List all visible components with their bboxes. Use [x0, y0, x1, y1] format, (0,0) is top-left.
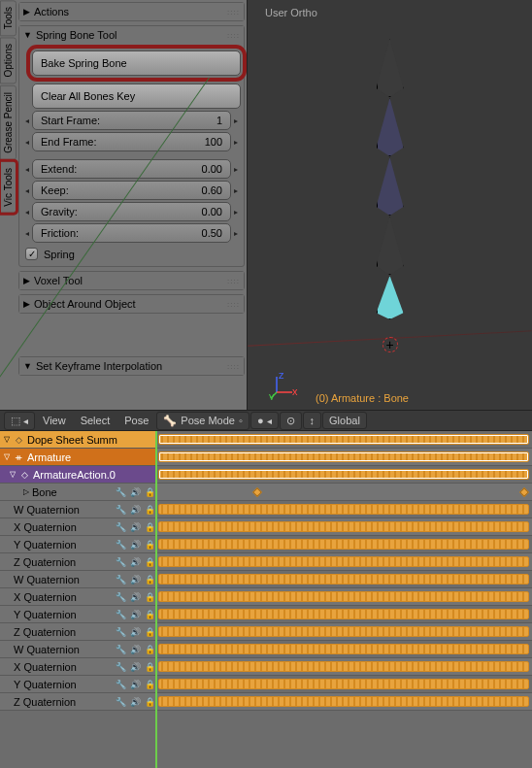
expand-icon[interactable]: ▽ [4, 452, 10, 461]
wrench-icon[interactable]: 🔧 [115, 591, 126, 603]
lock-icon[interactable]: 🔒 [144, 486, 155, 498]
channel-track[interactable] [155, 588, 532, 605]
bone-segment-selected[interactable] [377, 276, 404, 319]
mode-selector[interactable]: 🦴 Pose Mode ◦ [156, 412, 249, 430]
lock-icon[interactable]: 🔒 [144, 504, 155, 516]
channel-row[interactable]: X Quaternion 🔧 🔊 🔒 [0, 658, 155, 675]
start-frame-field[interactable]: Start Frame: 1 [32, 111, 231, 130]
action-row[interactable]: ▽ ◇ ArmatureAction.0 [0, 466, 155, 483]
drag-right-icon[interactable]: ▸ [231, 208, 241, 217]
channel-row[interactable]: Y Quaternion 🔧 🔊 🔒 [0, 676, 155, 692]
pivot-selector[interactable]: ⊙ [280, 412, 302, 430]
wrench-icon[interactable]: 🔧 [115, 626, 126, 638]
channel-track[interactable] [155, 676, 532, 692]
channel-row[interactable]: Y Quaternion 🔧 🔊 🔒 [0, 536, 155, 552]
channel-track[interactable] [155, 606, 532, 622]
panel-actions-header[interactable]: ▶ Actions :::: [19, 3, 244, 20]
drag-handle-icon[interactable]: :::: [227, 277, 240, 285]
channel-row[interactable]: Z Quaternion 🔧 🔊 🔒 [0, 693, 155, 710]
keyframe-strip[interactable] [158, 451, 529, 462]
speaker-icon[interactable]: 🔊 [129, 521, 141, 533]
playhead[interactable] [155, 431, 157, 768]
drag-handle-icon[interactable]: :::: [227, 31, 240, 40]
clear-bones-button[interactable]: Clear All Bones Key [32, 83, 241, 109]
panel-voxel-header[interactable]: ▶ Voxel Tool :::: [19, 272, 244, 289]
drag-right-icon[interactable]: ▸ [231, 117, 241, 125]
editor-type-selector[interactable]: ⬚◂ [4, 412, 35, 430]
speaker-icon[interactable]: 🔊 [129, 556, 141, 568]
drag-handle-icon[interactable]: :::: [227, 300, 240, 309]
bone-segment[interactable] [377, 39, 404, 97]
lock-icon[interactable]: 🔒 [144, 521, 155, 533]
drag-left-icon[interactable]: ◂ [22, 186, 32, 195]
lock-icon[interactable]: 🔒 [144, 556, 155, 568]
end-frame-field[interactable]: End Frame: 100 [32, 132, 231, 151]
lock-icon[interactable]: 🔒 [144, 574, 155, 585]
spring-checkbox[interactable]: ✓ [25, 248, 38, 260]
keyframe-strip[interactable] [158, 644, 529, 654]
bake-spring-bone-button[interactable]: Bake Spring Bone [32, 50, 241, 76]
channel-row[interactable]: W Quaternion 🔧 🔊 🔒 [0, 571, 155, 587]
keyframe-strip[interactable] [158, 504, 529, 515]
bone-segment[interactable] [377, 217, 404, 275]
channel-row[interactable]: Z Quaternion 🔧 🔊 🔒 [0, 553, 155, 570]
orientation-selector[interactable]: Global [322, 412, 367, 429]
summary-row[interactable]: ▽ ◇ Dope Sheet Summ [0, 431, 155, 448]
keyframe-strip[interactable] [158, 574, 529, 584]
wrench-icon[interactable]: 🔧 [115, 574, 126, 585]
lock-icon[interactable]: 🔒 [144, 591, 155, 603]
tab-tools[interactable]: Tools [0, 0, 17, 36]
view-menu[interactable]: View [36, 415, 73, 426]
wrench-icon[interactable]: 🔧 [115, 539, 126, 551]
speaker-icon[interactable]: 🔊 [129, 486, 141, 498]
wrench-icon[interactable]: 🔧 [115, 679, 126, 690]
summary-track[interactable] [155, 431, 532, 448]
speaker-icon[interactable]: 🔊 [129, 696, 141, 708]
speaker-icon[interactable]: 🔊 [129, 574, 141, 585]
drag-handle-icon[interactable]: :::: [227, 8, 240, 17]
keyframe-strip[interactable] [158, 679, 529, 689]
channel-track[interactable] [155, 571, 532, 587]
expand-icon[interactable]: ▽ [4, 435, 10, 444]
lock-icon[interactable]: 🔒 [144, 609, 155, 620]
lock-icon[interactable]: 🔒 [144, 626, 155, 638]
tab-vic-tools[interactable]: Vic Tools [0, 161, 17, 214]
keyframe-strip[interactable] [158, 626, 529, 637]
bone-segment[interactable] [377, 157, 404, 216]
drag-left-icon[interactable]: ◂ [22, 138, 32, 147]
bone-row[interactable]: ▷ Bone 🔧 🔊 🔒 [0, 484, 155, 500]
wrench-icon[interactable]: 🔧 [115, 556, 126, 568]
keyframe-strip[interactable] [158, 661, 529, 672]
channel-track[interactable] [155, 501, 532, 518]
keyframe-strip[interactable] [158, 434, 529, 445]
speaker-icon[interactable]: 🔊 [129, 591, 141, 603]
channel-track[interactable] [155, 641, 532, 657]
drag-left-icon[interactable]: ◂ [22, 165, 32, 174]
channel-track[interactable] [155, 536, 532, 552]
keep-field[interactable]: Keep: 0.60 [32, 181, 231, 200]
lock-icon[interactable]: 🔒 [144, 539, 155, 551]
channel-row[interactable]: X Quaternion 🔧 🔊 🔒 [0, 588, 155, 605]
tab-options[interactable]: Options [0, 37, 17, 83]
speaker-icon[interactable]: 🔊 [129, 626, 141, 638]
drag-left-icon[interactable]: ◂ [22, 229, 32, 238]
wrench-icon[interactable]: 🔧 [115, 609, 126, 620]
bone-track[interactable] [155, 484, 532, 500]
lock-icon[interactable]: 🔒 [144, 661, 155, 673]
select-menu[interactable]: Select [74, 415, 117, 426]
drag-right-icon[interactable]: ▸ [231, 138, 241, 147]
speaker-icon[interactable]: 🔊 [129, 539, 141, 551]
lock-icon[interactable]: 🔒 [144, 644, 155, 655]
keyframe-strip[interactable] [158, 696, 529, 707]
speaker-icon[interactable]: 🔊 [129, 609, 141, 620]
channel-row[interactable]: W Quaternion 🔧 🔊 🔒 [0, 641, 155, 657]
channel-track[interactable] [155, 658, 532, 675]
channel-row[interactable]: Z Quaternion 🔧 🔊 🔒 [0, 623, 155, 640]
keyframe-strip[interactable] [158, 556, 529, 567]
collapse-icon[interactable]: ▷ [23, 487, 29, 496]
panel-interp-header[interactable]: ▼ Set Keyframe Interpolation :::: [19, 357, 244, 375]
channel-row[interactable]: W Quaternion 🔧 🔊 🔒 [0, 501, 155, 518]
scene-row[interactable]: ▽ ᚑ Armature [0, 449, 155, 465]
drag-right-icon[interactable]: ▸ [231, 186, 241, 195]
channel-track[interactable] [155, 623, 532, 640]
